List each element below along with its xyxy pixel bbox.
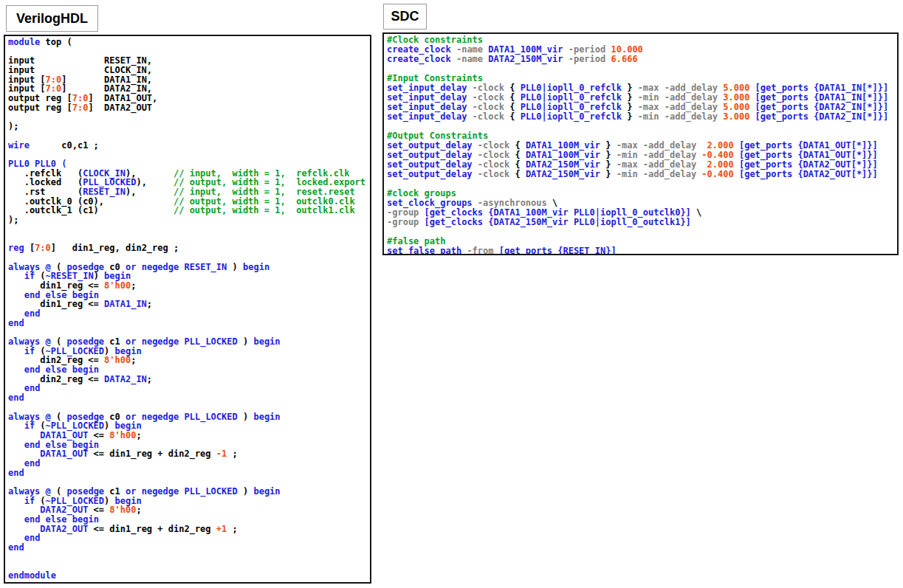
- code-line: end: [8, 468, 367, 478]
- code-line: [8, 553, 367, 562]
- code-line: end: [8, 384, 367, 393]
- code-line: wire c0,c1 ;: [8, 141, 367, 151]
- code-line: din2_reg <= DATA2_IN;: [8, 375, 367, 384]
- sdc-code-panel: #Clock constraintscreate_clock -name DAT…: [382, 32, 899, 255]
- code-line: -group [get_clocks {DATA2_150M_vir PLL0|…: [387, 218, 894, 227]
- code-line: set_output_delay -clock { DATA2_150M_vir…: [387, 170, 894, 179]
- code-line: set_input_delay -clock { PLL0|iopll_0_re…: [387, 112, 894, 122]
- code-line: DATA2_OUT <= din1_reg + din2_reg +1 ;: [8, 525, 367, 534]
- code-line: [8, 113, 367, 122]
- code-line: [8, 562, 367, 572]
- code-line: [387, 227, 894, 237]
- code-line: reg [7:0] din1_reg, din2_reg ;: [8, 243, 367, 253]
- code-line: end: [8, 309, 367, 319]
- code-line: create_clock -name DATA2_150M_vir -perio…: [387, 55, 894, 64]
- sdc-code-lines: #Clock constraintscreate_clock -name DAT…: [387, 35, 894, 255]
- code-line: end: [8, 459, 367, 468]
- verilog-code-panel: module top ( input RESET_IN,input CLOCK_…: [4, 35, 371, 584]
- code-line: end: [8, 533, 367, 543]
- verilog-panel-title-text: VerilogHDL: [16, 11, 88, 27]
- code-line: output reg [7:0] DATA2_OUT: [8, 103, 367, 113]
- sdc-panel-title-text: SDC: [391, 9, 419, 24]
- code-line: .outclk_1 (c1) // output, width = 1, out…: [8, 206, 367, 215]
- code-line: end: [8, 393, 367, 403]
- code-line: set_false_path -from [get_ports {RESET_I…: [387, 246, 894, 255]
- code-line: [8, 225, 367, 235]
- code-line: endmodule: [8, 571, 367, 581]
- verilog-code-lines: module top ( input RESET_IN,input CLOCK_…: [8, 38, 367, 581]
- code-line: end: [8, 543, 367, 553]
- code-line: );: [8, 122, 367, 131]
- code-line: );: [8, 215, 367, 225]
- verilog-panel-title: VerilogHDL: [6, 5, 98, 32]
- code-line: [387, 179, 894, 189]
- code-line: DATA1_OUT <= din1_reg + din2_reg -1 ;: [8, 449, 367, 459]
- code-line: end: [8, 319, 367, 328]
- code-line: module top (: [8, 38, 367, 47]
- code-line: din1_reg <= DATA1_IN;: [8, 300, 367, 309]
- sdc-panel-title: SDC: [383, 4, 427, 30]
